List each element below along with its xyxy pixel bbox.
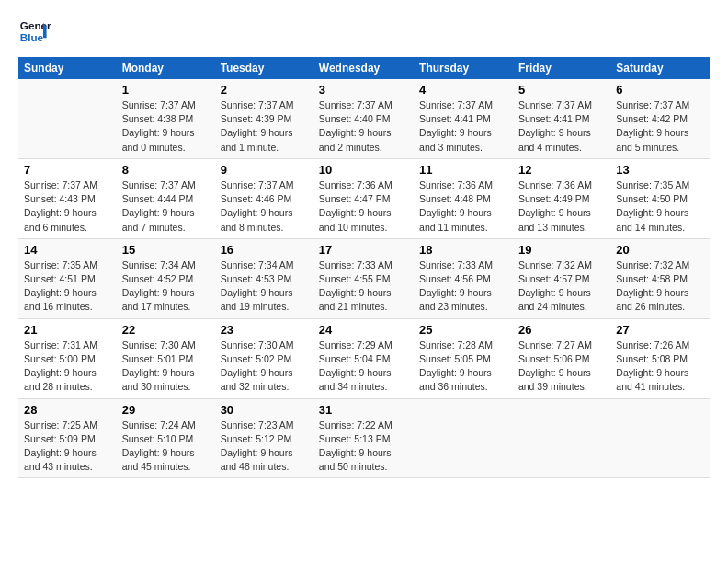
calendar-table: SundayMondayTuesdayWednesdayThursdayFrid… — [18, 57, 710, 478]
day-info: Sunrise: 7:34 AMSunset: 4:53 PMDaylight:… — [221, 259, 308, 315]
day-number: 16 — [221, 243, 308, 257]
day-number: 24 — [319, 323, 408, 337]
header: General Blue — [18, 15, 710, 48]
day-info: Sunrise: 7:37 AMSunset: 4:41 PMDaylight:… — [518, 98, 605, 155]
cell-week2-day2: 8Sunrise: 7:37 AMSunset: 4:44 PMDaylight… — [117, 158, 215, 238]
cell-week4-day1: 21Sunrise: 7:31 AMSunset: 5:00 PMDayligh… — [18, 318, 117, 398]
cell-week4-day6: 26Sunrise: 7:27 AMSunset: 5:06 PMDayligh… — [513, 318, 610, 398]
day-number: 11 — [419, 163, 507, 177]
logo-icon: General Blue — [18, 15, 51, 48]
day-info: Sunrise: 7:37 AMSunset: 4:43 PMDaylight:… — [24, 178, 111, 235]
day-info: Sunrise: 7:37 AMSunset: 4:42 PMDaylight:… — [616, 98, 704, 155]
day-info: Sunrise: 7:32 AMSunset: 4:57 PMDaylight:… — [518, 259, 605, 315]
day-number: 20 — [616, 243, 704, 257]
day-info: Sunrise: 7:30 AMSunset: 5:02 PMDaylight:… — [221, 339, 308, 395]
cell-week3-day5: 18Sunrise: 7:33 AMSunset: 4:56 PMDayligh… — [414, 238, 513, 318]
cell-week1-day1 — [18, 79, 117, 158]
week-row-4: 21Sunrise: 7:31 AMSunset: 5:00 PMDayligh… — [18, 318, 710, 398]
day-info: Sunrise: 7:27 AMSunset: 5:06 PMDaylight:… — [518, 339, 605, 395]
day-info: Sunrise: 7:36 AMSunset: 4:49 PMDaylight:… — [518, 178, 605, 235]
day-info: Sunrise: 7:36 AMSunset: 4:47 PMDaylight:… — [319, 178, 408, 235]
day-info: Sunrise: 7:37 AMSunset: 4:46 PMDaylight:… — [221, 178, 308, 235]
page-container: General Blue SundayMondayTuesdayWednesda… — [0, 0, 728, 488]
cell-week4-day2: 22Sunrise: 7:30 AMSunset: 5:01 PMDayligh… — [117, 318, 215, 398]
day-number: 19 — [518, 243, 605, 257]
day-info: Sunrise: 7:35 AMSunset: 4:51 PMDaylight:… — [24, 259, 111, 315]
day-number: 3 — [319, 83, 408, 97]
col-header-saturday: Saturday — [610, 57, 710, 79]
cell-week5-day1: 28Sunrise: 7:25 AMSunset: 5:09 PMDayligh… — [18, 398, 117, 478]
day-number: 15 — [122, 243, 210, 257]
logo: General Blue — [18, 15, 51, 48]
col-header-tuesday: Tuesday — [215, 57, 313, 79]
cell-week5-day6 — [513, 398, 610, 478]
week-row-5: 28Sunrise: 7:25 AMSunset: 5:09 PMDayligh… — [18, 398, 710, 478]
day-info: Sunrise: 7:32 AMSunset: 4:58 PMDaylight:… — [616, 259, 704, 315]
col-header-sunday: Sunday — [18, 57, 117, 79]
day-number: 12 — [518, 163, 605, 177]
svg-text:General: General — [20, 19, 51, 31]
header-row: SundayMondayTuesdayWednesdayThursdayFrid… — [18, 57, 710, 79]
cell-week4-day7: 27Sunrise: 7:26 AMSunset: 5:08 PMDayligh… — [610, 318, 710, 398]
col-header-monday: Monday — [117, 57, 215, 79]
col-header-friday: Friday — [513, 57, 610, 79]
cell-week5-day5 — [414, 398, 513, 478]
day-number: 1 — [122, 83, 210, 97]
day-info: Sunrise: 7:37 AMSunset: 4:40 PMDaylight:… — [319, 98, 408, 155]
cell-week4-day4: 24Sunrise: 7:29 AMSunset: 5:04 PMDayligh… — [313, 318, 414, 398]
day-number: 23 — [221, 323, 308, 337]
week-row-1: 1Sunrise: 7:37 AMSunset: 4:38 PMDaylight… — [18, 79, 710, 158]
day-number: 2 — [221, 83, 308, 97]
day-number: 18 — [419, 243, 507, 257]
day-info: Sunrise: 7:25 AMSunset: 5:09 PMDaylight:… — [24, 419, 111, 475]
cell-week3-day2: 15Sunrise: 7:34 AMSunset: 4:52 PMDayligh… — [117, 238, 215, 318]
day-info: Sunrise: 7:33 AMSunset: 4:55 PMDaylight:… — [319, 259, 408, 315]
day-number: 30 — [221, 403, 308, 417]
cell-week1-day6: 5Sunrise: 7:37 AMSunset: 4:41 PMDaylight… — [513, 79, 610, 158]
day-number: 27 — [616, 323, 704, 337]
day-number: 21 — [24, 323, 111, 337]
week-row-2: 7Sunrise: 7:37 AMSunset: 4:43 PMDaylight… — [18, 158, 710, 238]
day-number: 4 — [419, 83, 507, 97]
day-number: 13 — [616, 163, 704, 177]
day-number: 28 — [24, 403, 111, 417]
day-info: Sunrise: 7:37 AMSunset: 4:41 PMDaylight:… — [419, 98, 507, 155]
cell-week3-day7: 20Sunrise: 7:32 AMSunset: 4:58 PMDayligh… — [610, 238, 710, 318]
day-number: 26 — [518, 323, 605, 337]
cell-week2-day1: 7Sunrise: 7:37 AMSunset: 4:43 PMDaylight… — [18, 158, 117, 238]
cell-week4-day5: 25Sunrise: 7:28 AMSunset: 5:05 PMDayligh… — [414, 318, 513, 398]
day-number: 25 — [419, 323, 507, 337]
col-header-thursday: Thursday — [414, 57, 513, 79]
day-info: Sunrise: 7:23 AMSunset: 5:12 PMDaylight:… — [221, 419, 308, 475]
cell-week1-day2: 1Sunrise: 7:37 AMSunset: 4:38 PMDaylight… — [117, 79, 215, 158]
day-info: Sunrise: 7:30 AMSunset: 5:01 PMDaylight:… — [122, 339, 210, 395]
day-number: 9 — [221, 163, 308, 177]
day-number: 29 — [122, 403, 210, 417]
day-number: 6 — [616, 83, 704, 97]
day-number: 5 — [518, 83, 605, 97]
cell-week2-day6: 12Sunrise: 7:36 AMSunset: 4:49 PMDayligh… — [513, 158, 610, 238]
day-info: Sunrise: 7:22 AMSunset: 5:13 PMDaylight:… — [319, 419, 408, 475]
day-info: Sunrise: 7:37 AMSunset: 4:38 PMDaylight:… — [122, 98, 210, 155]
cell-week3-day3: 16Sunrise: 7:34 AMSunset: 4:53 PMDayligh… — [215, 238, 313, 318]
cell-week1-day3: 2Sunrise: 7:37 AMSunset: 4:39 PMDaylight… — [215, 79, 313, 158]
day-info: Sunrise: 7:35 AMSunset: 4:50 PMDaylight:… — [616, 178, 704, 235]
cell-week5-day4: 31Sunrise: 7:22 AMSunset: 5:13 PMDayligh… — [313, 398, 414, 478]
cell-week5-day7 — [610, 398, 710, 478]
col-header-wednesday: Wednesday — [313, 57, 414, 79]
cell-week5-day3: 30Sunrise: 7:23 AMSunset: 5:12 PMDayligh… — [215, 398, 313, 478]
day-info: Sunrise: 7:26 AMSunset: 5:08 PMDaylight:… — [616, 339, 704, 395]
cell-week3-day6: 19Sunrise: 7:32 AMSunset: 4:57 PMDayligh… — [513, 238, 610, 318]
day-info: Sunrise: 7:37 AMSunset: 4:44 PMDaylight:… — [122, 178, 210, 235]
day-number: 10 — [319, 163, 408, 177]
day-number: 7 — [24, 163, 111, 177]
day-info: Sunrise: 7:33 AMSunset: 4:56 PMDaylight:… — [419, 259, 507, 315]
cell-week3-day1: 14Sunrise: 7:35 AMSunset: 4:51 PMDayligh… — [18, 238, 117, 318]
day-info: Sunrise: 7:31 AMSunset: 5:00 PMDaylight:… — [24, 339, 111, 395]
cell-week3-day4: 17Sunrise: 7:33 AMSunset: 4:55 PMDayligh… — [313, 238, 414, 318]
day-info: Sunrise: 7:37 AMSunset: 4:39 PMDaylight:… — [221, 98, 308, 155]
day-info: Sunrise: 7:36 AMSunset: 4:48 PMDaylight:… — [419, 178, 507, 235]
cell-week1-day5: 4Sunrise: 7:37 AMSunset: 4:41 PMDaylight… — [414, 79, 513, 158]
day-number: 14 — [24, 243, 111, 257]
day-info: Sunrise: 7:29 AMSunset: 5:04 PMDaylight:… — [319, 339, 408, 395]
